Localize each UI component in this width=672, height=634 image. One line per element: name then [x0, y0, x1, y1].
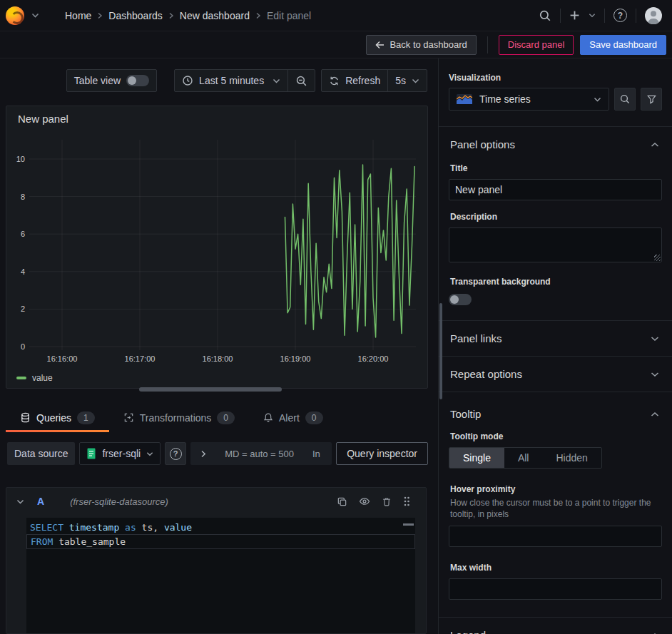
zoom-out-icon [295, 75, 307, 87]
duplicate-query-icon[interactable] [337, 496, 347, 507]
section-tooltip[interactable]: Tooltip [449, 392, 662, 431]
refresh-interval-value: 5s [395, 75, 406, 86]
description-label: Description [450, 212, 662, 222]
section-legend[interactable]: Legend [449, 618, 662, 634]
transform-icon [123, 412, 134, 423]
query-options-truncated: In [312, 449, 320, 459]
visualization-value: Time series [479, 93, 531, 105]
svg-text:16:16:00: 16:16:00 [47, 354, 78, 363]
breadcrumb-separator-icon [255, 12, 261, 19]
sql-code-editor[interactable]: SELECT timestamp as ts, value FROM table… [26, 518, 415, 633]
new-plus-icon[interactable] [569, 10, 580, 21]
svg-text:10: 10 [16, 155, 25, 163]
chevron-right-icon [200, 450, 206, 458]
tab-transformations[interactable]: Transformations 0 [109, 403, 249, 432]
svg-text:16:19:00: 16:19:00 [280, 354, 311, 363]
grafana-edit-panel-page: { "colors": { "page_bg": "#111217", "pan… [0, 0, 672, 634]
edit-panel-content: Table view Last 5 minutes [0, 58, 438, 634]
help-icon[interactable]: ? [614, 9, 627, 22]
search-options-button[interactable] [614, 88, 636, 111]
arrow-left-icon [375, 41, 385, 49]
datasource-label: Data source [7, 442, 75, 465]
panel-title-input[interactable] [449, 179, 662, 200]
transparent-background-label: Transparent background [450, 277, 662, 287]
resize-handle[interactable] [654, 255, 661, 261]
hover-proximity-label: Hover proximity [450, 484, 662, 494]
breadcrumb-edit-panel: Edit panel [267, 10, 311, 21]
divider [604, 9, 605, 23]
chevron-down-icon [594, 97, 601, 102]
table-view-toggle[interactable] [126, 75, 149, 86]
svg-text:16:18:00: 16:18:00 [203, 354, 233, 363]
database-icon [20, 412, 31, 423]
visualization-label: Visualization [449, 73, 662, 83]
divider [636, 9, 636, 23]
query-inspector-button[interactable]: Query inspector [336, 442, 428, 465]
query-options-collapsed[interactable]: MD = auto = 500 In [190, 442, 332, 465]
options-sidebar: Visualization Time series Panel options [438, 58, 672, 634]
hide-response-eye-icon[interactable] [359, 496, 370, 506]
section-panel-links[interactable]: Panel links [449, 321, 662, 356]
legend-item-value[interactable]: value [16, 373, 53, 383]
editor-minimap[interactable] [403, 523, 414, 526]
datasource-picker[interactable]: frser-sqli [79, 442, 161, 465]
tooltip-mode-single[interactable]: Single [449, 448, 504, 468]
breadcrumb-new-dashboard[interactable]: New dashboard [180, 10, 250, 21]
hover-proximity-input[interactable] [449, 526, 662, 547]
visualization-row: Time series [449, 88, 662, 111]
tab-count-badge: 0 [305, 411, 323, 424]
avatar[interactable] [645, 7, 662, 24]
max-width-label: Max width [450, 563, 662, 573]
legend-label: value [32, 373, 53, 383]
datasource-help-button[interactable]: ? [165, 442, 186, 465]
breadcrumb-home[interactable]: Home [65, 10, 91, 21]
bell-icon [263, 412, 273, 423]
legend-swatch [16, 377, 26, 379]
tab-alert[interactable]: Alert 0 [249, 403, 337, 432]
breadcrumb-separator-icon [97, 12, 103, 19]
max-width-input[interactable] [449, 578, 662, 600]
chevron-down-icon [651, 336, 659, 342]
time-range-picker[interactable]: Last 5 minutes [175, 70, 287, 91]
query-row-header: A (frser-sqlite-datasource) [6, 488, 426, 515]
sidebar-scrollbar[interactable] [439, 303, 442, 399]
svg-text:16:17:00: 16:17:00 [125, 354, 156, 363]
filter-options-button[interactable] [641, 88, 662, 111]
refresh-label: Refresh [345, 75, 380, 86]
section-panel-options[interactable]: Panel options [449, 127, 662, 162]
breadcrumb: Home Dashboards New dashboard Edit panel [65, 10, 311, 21]
table-view-control: Table view [66, 69, 157, 92]
new-chevron-icon[interactable] [589, 13, 596, 18]
visualization-picker[interactable]: Time series [449, 88, 609, 111]
delete-query-trash-icon[interactable] [382, 496, 392, 507]
transparent-background-toggle[interactable] [449, 294, 472, 305]
panel-description-textarea[interactable] [449, 227, 662, 262]
org-switcher-chevron-icon[interactable] [31, 13, 39, 18]
drag-handle-icon[interactable] [403, 496, 410, 507]
chevron-up-icon [651, 142, 659, 148]
collapse-chevron-icon[interactable] [16, 499, 24, 504]
tooltip-mode-all[interactable]: All [504, 448, 543, 468]
tab-queries[interactable]: Queries 1 [6, 403, 109, 432]
discard-panel-button[interactable]: Discard panel [499, 35, 574, 55]
refresh-interval-picker[interactable]: 5s [387, 70, 427, 91]
svg-text:8: 8 [21, 193, 25, 201]
section-repeat-options[interactable]: Repeat options [449, 357, 662, 392]
nav-actions: ? [539, 7, 662, 24]
clock-icon [182, 75, 193, 86]
svg-text:0: 0 [21, 342, 25, 351]
grafana-logo[interactable] [6, 6, 24, 25]
divider [487, 36, 488, 53]
search-icon[interactable] [539, 9, 551, 22]
tab-count-badge: 1 [77, 411, 95, 424]
save-dashboard-button[interactable]: Save dashboard [580, 35, 666, 55]
refresh-button[interactable]: Refresh [322, 70, 387, 91]
query-ref-id: A [37, 496, 44, 507]
time-range-label: Last 5 minutes [199, 75, 264, 86]
chart-horizontal-scrollbar[interactable] [139, 387, 282, 392]
back-to-dashboard-button[interactable]: Back to dashboard [366, 35, 476, 55]
tooltip-mode-hidden[interactable]: Hidden [542, 448, 601, 468]
zoom-out-time-button[interactable] [287, 70, 315, 91]
breadcrumb-dashboards[interactable]: Dashboards [108, 10, 163, 21]
refresh-group: Refresh 5s [321, 69, 427, 92]
